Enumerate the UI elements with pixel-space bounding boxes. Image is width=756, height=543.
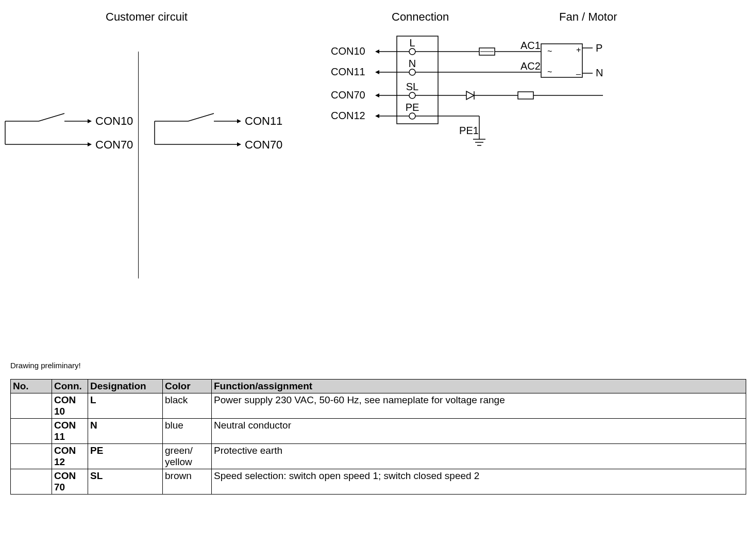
cell-color: black — [163, 393, 212, 419]
svg-marker-13 — [237, 142, 241, 146]
p-out: P — [596, 42, 602, 54]
con11-schematic: CON11 — [331, 66, 365, 77]
th-designation: Designation — [88, 380, 163, 393]
svg-line-1 — [39, 113, 64, 121]
svg-marker-30 — [466, 91, 474, 100]
cell-no — [11, 393, 52, 419]
svg-marker-37 — [375, 114, 379, 118]
cell-function: Power supply 230 VAC, 50-60 Hz, see name… — [212, 393, 746, 419]
ac2-text: AC2 — [520, 60, 541, 72]
cell-designation: N — [88, 419, 163, 444]
cell-color: blue — [163, 419, 212, 444]
svg-marker-17 — [375, 50, 379, 54]
svg-marker-10 — [237, 119, 241, 123]
cell-conn: CON 70 — [52, 469, 88, 495]
cell-no — [11, 469, 52, 495]
svg-marker-28 — [375, 93, 379, 97]
table-row: CON 10 L black Power supply 230 VAC, 50-… — [11, 393, 746, 419]
drawing-preliminary: Drawing preliminary! — [10, 361, 81, 370]
cell-color: green/ yellow — [163, 444, 212, 469]
table-row: CON 12 PE green/ yellow Protective earth — [11, 444, 746, 469]
svg-point-22 — [409, 69, 415, 75]
con70-label-1: CON70 — [95, 138, 133, 152]
pe-terminal-text: PE — [406, 102, 419, 113]
cell-no — [11, 444, 52, 469]
cell-function: Protective earth — [212, 444, 746, 469]
svg-text:+: + — [576, 45, 581, 54]
pe1-text: PE1 — [459, 125, 479, 136]
diagram-area: CON10 CON70 CON11 CON70 L N SL — [0, 31, 756, 309]
header-connection: Connection — [392, 10, 449, 24]
cell-conn: CON 11 — [52, 419, 88, 444]
svg-marker-6 — [88, 142, 92, 146]
svg-text:~: ~ — [547, 47, 552, 56]
n-terminal-text: N — [409, 58, 416, 69]
svg-point-35 — [409, 113, 415, 119]
svg-point-26 — [409, 92, 415, 98]
cell-conn: CON 12 — [52, 444, 88, 469]
svg-rect-33 — [518, 92, 533, 99]
con70-label-2: CON70 — [245, 138, 282, 152]
th-function: Function/assignment — [212, 380, 746, 393]
header-customer-circuit: Customer circuit — [106, 10, 188, 24]
cell-designation: SL — [88, 469, 163, 495]
header-fan-motor: Fan / Motor — [559, 10, 617, 24]
connection-schematic: L N SL PE — [325, 31, 613, 165]
th-conn: Conn. — [52, 380, 88, 393]
divider-1 — [138, 52, 139, 278]
cell-designation: L — [88, 393, 163, 419]
con10-schematic: CON10 — [331, 45, 365, 57]
cell-function: Neutral conductor — [212, 419, 746, 444]
th-color: Color — [163, 380, 212, 393]
n-out: N — [596, 67, 603, 78]
cell-color: brown — [163, 469, 212, 495]
svg-line-8 — [188, 113, 214, 121]
table-row: CON 11 N blue Neutral conductor — [11, 419, 746, 444]
svg-marker-3 — [88, 119, 92, 123]
table-row: CON 70 SL brown Speed selection: switch … — [11, 469, 746, 495]
svg-text:~: ~ — [547, 68, 552, 76]
connection-table: No. Conn. Designation Color Function/ass… — [10, 379, 746, 495]
l-terminal-text: L — [409, 37, 415, 48]
cell-designation: PE — [88, 444, 163, 469]
svg-marker-24 — [375, 70, 379, 74]
sl-terminal-text: SL — [406, 81, 418, 92]
th-no: No. — [11, 380, 52, 393]
cell-no — [11, 419, 52, 444]
con10-label-1: CON10 — [95, 114, 133, 128]
con12-schematic: CON12 — [331, 110, 365, 121]
svg-point-15 — [409, 48, 415, 55]
con11-label-1: CON11 — [245, 114, 282, 128]
cell-conn: CON 10 — [52, 393, 88, 419]
con70-schematic: CON70 — [331, 89, 365, 101]
svg-text:_: _ — [576, 66, 581, 75]
ac1-text: AC1 — [520, 40, 541, 51]
cell-function: Speed selection: switch open speed 1; sw… — [212, 469, 746, 495]
